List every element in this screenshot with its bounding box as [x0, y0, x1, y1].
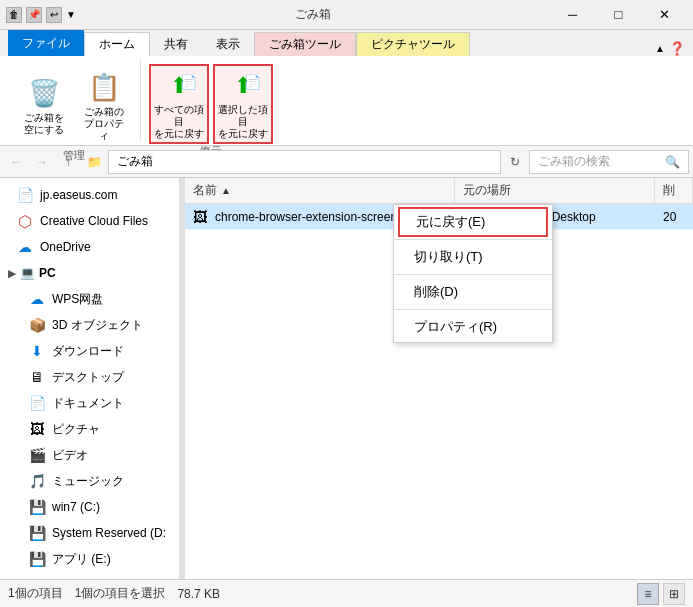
empty-recycle-label: ごみ箱を空にする	[24, 112, 64, 136]
search-box[interactable]: ごみ箱の検索 🔍	[529, 150, 689, 174]
minimize-button[interactable]: ─	[550, 0, 595, 30]
close-button[interactable]: ✕	[642, 0, 687, 30]
sidebar-section-pc[interactable]: ▶ 💻 PC	[0, 260, 179, 286]
title-bar-icons: 🗑 📌 ↩ ▼	[6, 7, 76, 23]
dropdown-arrow-icon[interactable]: ▼	[66, 9, 76, 20]
ribbon-group-restore-buttons: ⬆ 📄 すべての項目を元に戻す ⬆ 📄 選択した項目を元に戻す	[149, 64, 273, 144]
tab-home[interactable]: ホーム	[84, 32, 150, 56]
folder-icon-button[interactable]: 📁	[82, 150, 106, 174]
sidebar-item-apps[interactable]: 💾 アプリ (E:)	[0, 546, 179, 572]
sidebar-item-label: WPS网盘	[52, 291, 103, 308]
window-title: ごみ箱	[76, 6, 550, 23]
file-name-text: chrome-browser-extension-screen	[215, 210, 397, 224]
sidebar-video-icon: 🎬	[28, 447, 46, 463]
view-list-button[interactable]: ≡	[637, 583, 659, 605]
sidebar-item-win7[interactable]: 💾 win7 (C:)	[0, 494, 179, 520]
context-menu-cut[interactable]: 切り取り(T)	[394, 242, 552, 272]
sidebar-documents-icon: 📄	[28, 395, 46, 411]
sidebar-item-label: アプリ (E:)	[52, 551, 111, 568]
restore-all-button[interactable]: ⬆ 📄 すべての項目を元に戻す	[149, 64, 209, 144]
pc-expand-icon: ▶	[8, 268, 16, 279]
sidebar-music-icon: 🎵	[28, 473, 46, 489]
restore-selected-label: 選択した項目を元に戻す	[217, 104, 269, 140]
sidebar-item-label: 3D オブジェクト	[52, 317, 143, 334]
sidebar-system-reserved-icon: 💾	[28, 525, 46, 541]
sidebar-3d-icon: 📦	[28, 317, 46, 333]
file-header: 名前 ▲ 元の場所 削	[185, 178, 693, 204]
context-menu-divider-3	[394, 309, 552, 310]
address-path[interactable]: ごみ箱	[108, 150, 501, 174]
ribbon-group-manage: 🗑️ ごみ箱を空にする 📋 ごみ箱のプロパティ 管理	[8, 60, 141, 140]
sidebar-creative-cloud-icon: ⬡	[16, 212, 34, 231]
sidebar-item-creative-cloud[interactable]: ⬡ Creative Cloud Files	[0, 208, 179, 234]
col-date-header[interactable]: 削	[655, 178, 693, 203]
restore-all-label: すべての項目を元に戻す	[153, 104, 205, 140]
refresh-button[interactable]: ↻	[503, 150, 527, 174]
sidebar-item-download[interactable]: ⬇ ダウンロード	[0, 338, 179, 364]
sidebar-item-pictures[interactable]: 🖼 ピクチャ	[0, 416, 179, 442]
help-icon[interactable]: ❓	[669, 41, 685, 56]
context-menu-divider-2	[394, 274, 552, 275]
sidebar-item-label: win7 (C:)	[52, 500, 100, 514]
sidebar-apps-icon: 💾	[28, 551, 46, 567]
sidebar-item-label: System Reserved (D:	[52, 526, 166, 540]
window-icon: 🗑	[6, 7, 22, 23]
collapse-ribbon-icon[interactable]: ▲	[655, 43, 665, 54]
recycle-properties-button[interactable]: 📋 ごみ箱のプロパティ	[76, 64, 132, 148]
restore-all-icon: ⬆ 📄	[170, 68, 188, 104]
tab-share[interactable]: 共有	[150, 32, 202, 56]
forward-button[interactable]: →	[30, 150, 54, 174]
context-menu-restore[interactable]: 元に戻す(E)	[398, 207, 548, 237]
sidebar-item-desktop[interactable]: 🖥 デスクトップ	[0, 364, 179, 390]
tab-view[interactable]: 表示	[202, 32, 254, 56]
status-bar: 1個の項目 1個の項目を選択 78.7 KB ≡ ⊞	[0, 579, 693, 607]
context-menu-properties[interactable]: プロパティ(R)	[394, 312, 552, 342]
empty-recycle-button[interactable]: 🗑️ ごみ箱を空にする	[16, 70, 72, 142]
col-orig-header[interactable]: 元の場所	[455, 178, 655, 203]
sort-arrow-icon: ▲	[221, 185, 231, 196]
maximize-button[interactable]: □	[596, 0, 641, 30]
status-bar-right: ≡ ⊞	[637, 583, 685, 605]
tab-picture[interactable]: ピクチャツール	[356, 32, 470, 56]
sidebar-item-label: デスクトップ	[52, 369, 124, 386]
title-bar: 🗑 📌 ↩ ▼ ごみ箱 ─ □ ✕	[0, 0, 693, 30]
sidebar-pc-label: PC	[39, 266, 56, 280]
sidebar-item-video[interactable]: 🎬 ビデオ	[0, 442, 179, 468]
sidebar-item-onedrive[interactable]: ☁ OneDrive	[0, 234, 179, 260]
view-list-icon: ≡	[644, 587, 651, 601]
file-type-icon: 🖼	[193, 209, 211, 225]
empty-recycle-icon: 🗑️	[28, 76, 60, 112]
view-grid-button[interactable]: ⊞	[663, 583, 685, 605]
sidebar-pc-icon: 💻	[20, 266, 35, 280]
address-path-text: ごみ箱	[117, 153, 153, 170]
sidebar-desktop-icon: 🖥	[28, 369, 46, 385]
sidebar-item-label: ドキュメント	[52, 395, 124, 412]
up-button[interactable]: ↑	[56, 150, 80, 174]
sidebar-item-wps[interactable]: ☁ WPS网盘	[0, 286, 179, 312]
sidebar-item-label: jp.easeus.com	[40, 188, 117, 202]
ribbon-tabs: ファイル ホーム 共有 表示 ごみ箱ツール ピクチャツール ▲ ❓	[0, 30, 693, 56]
file-date-text: 20	[663, 210, 676, 224]
sidebar-item-3d[interactable]: 📦 3D オブジェクト	[0, 312, 179, 338]
tab-file[interactable]: ファイル	[8, 30, 84, 56]
ribbon: 🗑️ ごみ箱を空にする 📋 ごみ箱のプロパティ 管理 ⬆ 📄 すべての項目を元に…	[0, 56, 693, 146]
sidebar-jp-easeus-icon: 📄	[16, 187, 34, 203]
sidebar-item-music[interactable]: 🎵 ミュージック	[0, 468, 179, 494]
tab-recycle[interactable]: ごみ箱ツール	[254, 32, 356, 56]
sidebar-item-jp-easeus[interactable]: 📄 jp.easeus.com	[0, 182, 179, 208]
sidebar-item-documents[interactable]: 📄 ドキュメント	[0, 390, 179, 416]
recycle-properties-label: ごみ箱のプロパティ	[80, 106, 128, 142]
back-button[interactable]: ←	[4, 150, 28, 174]
sidebar-item-system-reserved[interactable]: 💾 System Reserved (D:	[0, 520, 179, 546]
address-bar: ← → ↑ 📁 ごみ箱 ↻ ごみ箱の検索 🔍	[0, 146, 693, 178]
context-menu-delete[interactable]: 削除(D)	[394, 277, 552, 307]
ribbon-group-manage-buttons: 🗑️ ごみ箱を空にする 📋 ごみ箱のプロパティ	[16, 64, 132, 148]
sidebar-pictures-icon: 🖼	[28, 421, 46, 437]
sidebar-item-label: ビデオ	[52, 447, 88, 464]
quick-access-icon[interactable]: 📌	[26, 7, 42, 23]
undo-icon[interactable]: ↩	[46, 7, 62, 23]
col-name-header[interactable]: 名前 ▲	[185, 178, 455, 203]
restore-selected-button[interactable]: ⬆ 📄 選択した項目を元に戻す	[213, 64, 273, 144]
context-menu: 元に戻す(E) 切り取り(T) 削除(D) プロパティ(R)	[393, 204, 553, 343]
sidebar: 📄 jp.easeus.com ⬡ Creative Cloud Files ☁…	[0, 178, 180, 579]
